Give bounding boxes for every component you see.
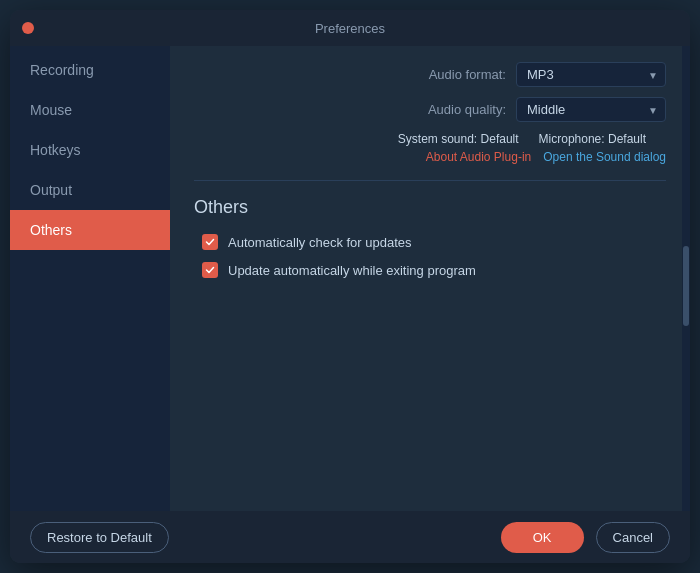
ok-button[interactable]: OK (501, 522, 584, 553)
microphone-label: Microphone: (539, 132, 605, 146)
system-sound-text: System sound: Default (398, 132, 519, 146)
section-divider (194, 180, 666, 181)
sidebar-item-others[interactable]: Others (10, 210, 170, 250)
audio-format-select-wrapper: MP3 WAV AAC FLAC ▼ (516, 62, 666, 87)
restore-default-button[interactable]: Restore to Default (30, 522, 169, 553)
auto-update-check-checkbox[interactable] (202, 234, 218, 250)
titlebar: Preferences (10, 10, 690, 46)
cancel-button[interactable]: Cancel (596, 522, 670, 553)
sidebar-item-recording[interactable]: Recording (10, 50, 170, 90)
auto-update-exit-row: Update automatically while exiting progr… (202, 262, 666, 278)
system-sound-label: System sound: (398, 132, 477, 146)
close-button[interactable] (22, 22, 34, 34)
system-sound-row: System sound: Default Microphone: Defaul… (194, 132, 666, 146)
audio-quality-select-wrapper: Low Middle High ▼ (516, 97, 666, 122)
audio-format-row: Audio format: MP3 WAV AAC FLAC ▼ (194, 62, 666, 87)
audio-quality-label: Audio quality: (428, 102, 506, 117)
audio-quality-row: Audio quality: Low Middle High ▼ (194, 97, 666, 122)
preferences-window: Preferences Recording Mouse Hotkeys Outp… (10, 10, 690, 563)
sidebar-item-output[interactable]: Output (10, 170, 170, 210)
sidebar-item-hotkeys[interactable]: Hotkeys (10, 130, 170, 170)
main-panel: Audio format: MP3 WAV AAC FLAC ▼ Audio q… (170, 46, 690, 511)
audio-quality-select[interactable]: Low Middle High (516, 97, 666, 122)
audio-format-label: Audio format: (429, 67, 506, 82)
auto-update-exit-label: Update automatically while exiting progr… (228, 263, 476, 278)
auto-update-check-label: Automatically check for updates (228, 235, 412, 250)
window-title: Preferences (315, 21, 385, 36)
sidebar-item-mouse[interactable]: Mouse (10, 90, 170, 130)
content-area: Recording Mouse Hotkeys Output Others Au… (10, 46, 690, 511)
footer: Restore to Default OK Cancel (10, 511, 690, 563)
audio-format-select[interactable]: MP3 WAV AAC FLAC (516, 62, 666, 87)
section-title: Others (194, 197, 666, 218)
auto-update-check-row: Automatically check for updates (202, 234, 666, 250)
sidebar: Recording Mouse Hotkeys Output Others (10, 46, 170, 511)
microphone-text: Microphone: Default (539, 132, 646, 146)
open-sound-dialog-link[interactable]: Open the Sound dialog (543, 150, 666, 164)
auto-update-exit-checkbox[interactable] (202, 262, 218, 278)
scrollbar-thumb[interactable] (683, 246, 689, 326)
footer-actions: OK Cancel (501, 522, 670, 553)
system-sound-value: Default (481, 132, 519, 146)
microphone-value: Default (608, 132, 646, 146)
scrollbar-track (682, 46, 690, 511)
about-plugin-link[interactable]: About Audio Plug-in (426, 150, 531, 164)
links-row: About Audio Plug-in Open the Sound dialo… (194, 150, 666, 164)
